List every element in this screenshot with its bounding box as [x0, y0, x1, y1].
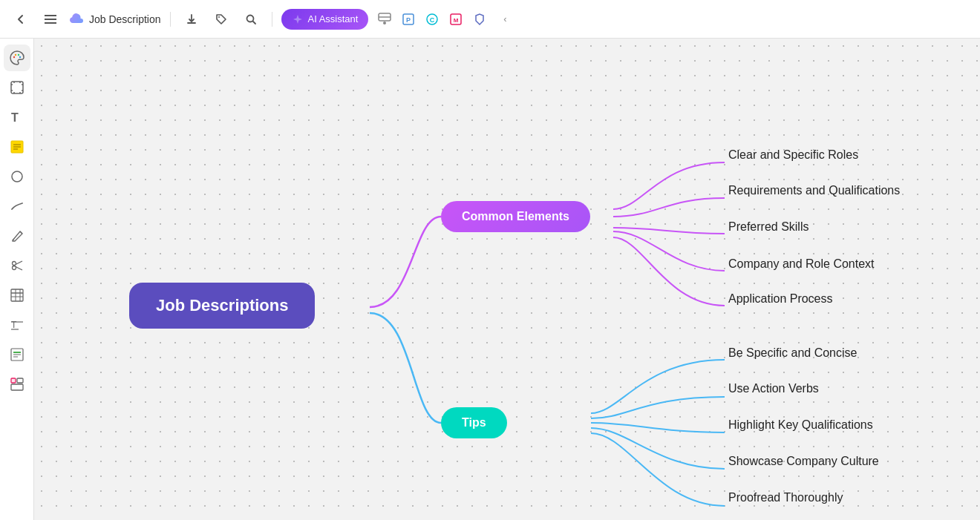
- topbar: Job Description: [0, 0, 980, 39]
- leaf-key-qualifications: Highlight Key Qualifications: [728, 418, 873, 432]
- svg-rect-51: [11, 384, 23, 390]
- document-title: Job Description: [68, 13, 161, 25]
- download-button[interactable]: [180, 7, 203, 31]
- leaf-proofread: Proofread Thoroughly: [728, 491, 843, 504]
- leaf-clear-roles: Clear and Specific Roles: [728, 148, 858, 162]
- tab-icon-4[interactable]: M: [445, 9, 466, 30]
- svg-point-33: [12, 266, 16, 270]
- menu-button[interactable]: [39, 7, 62, 31]
- sidebar-item-text[interactable]: T: [4, 104, 30, 131]
- sidebar-item-sticky[interactable]: [4, 134, 30, 160]
- leaf-company-context: Company and Role Context: [728, 257, 875, 271]
- sidebar-item-frame[interactable]: [4, 74, 30, 101]
- cloud-icon: [68, 13, 85, 25]
- svg-point-32: [12, 262, 16, 266]
- ai-assistant-button[interactable]: AI Assistant: [281, 9, 369, 30]
- sidebar-item-list[interactable]: [4, 341, 30, 368]
- tab-icon-1[interactable]: [374, 9, 395, 30]
- svg-point-13: [13, 56, 14, 58]
- canvas[interactable]: Job Descriptions Common Elements Tips Cl…: [34, 39, 980, 520]
- svg-rect-17: [11, 82, 23, 93]
- sidebar-item-pen[interactable]: [4, 193, 30, 220]
- svg-text:C: C: [430, 16, 435, 24]
- sidebar-item-text2[interactable]: T: [4, 312, 30, 338]
- tips-node[interactable]: Tips: [441, 407, 507, 438]
- svg-rect-49: [11, 378, 16, 383]
- svg-point-14: [14, 54, 16, 56]
- svg-text:T: T: [11, 320, 17, 330]
- sidebar-item-palette[interactable]: [4, 45, 30, 71]
- sidebar: T: [0, 39, 34, 520]
- tab-icon-3[interactable]: C: [422, 9, 442, 30]
- central-node[interactable]: Job Descriptions: [129, 283, 315, 329]
- sidebar-item-scissors[interactable]: [4, 252, 30, 279]
- svg-point-6: [383, 22, 386, 24]
- svg-line-35: [16, 267, 22, 271]
- back-button[interactable]: [9, 7, 33, 31]
- tag-button[interactable]: [209, 7, 233, 31]
- svg-point-15: [17, 54, 19, 56]
- chevron-button[interactable]: ‹: [496, 10, 514, 28]
- svg-point-3: [218, 16, 220, 18]
- svg-rect-36: [11, 289, 23, 301]
- sidebar-item-grid[interactable]: [4, 371, 30, 398]
- leaf-specific-concise: Be Specific and Concise: [728, 346, 857, 360]
- svg-text:P: P: [406, 16, 411, 24]
- leaf-action-verbs: Use Action Verbs: [728, 382, 819, 395]
- tab-icons: P C M: [374, 9, 490, 30]
- common-elements-node[interactable]: Common Elements: [441, 201, 590, 232]
- tab-icon-5[interactable]: [469, 9, 490, 30]
- svg-line-34: [16, 261, 22, 265]
- tab-icon-2[interactable]: P: [398, 9, 419, 30]
- sidebar-item-table[interactable]: [4, 282, 30, 309]
- mindmap-connections: [34, 39, 980, 520]
- sidebar-item-pencil[interactable]: [4, 223, 30, 249]
- ai-icon: [292, 13, 304, 25]
- svg-point-16: [19, 56, 20, 58]
- svg-text:M: M: [454, 17, 459, 24]
- svg-rect-50: [17, 378, 23, 383]
- leaf-company-culture: Showcase Company Culture: [728, 455, 879, 468]
- svg-point-31: [12, 171, 22, 182]
- sidebar-item-shapes[interactable]: [4, 163, 30, 190]
- divider1: [170, 12, 171, 27]
- svg-text:T: T: [11, 111, 19, 124]
- search-button[interactable]: [239, 7, 263, 31]
- leaf-preferred-skills: Preferred Skills: [728, 220, 808, 234]
- leaf-requirements: Requirements and Qualifications: [728, 184, 900, 197]
- divider2: [272, 12, 272, 27]
- leaf-application-process: Application Process: [728, 292, 833, 306]
